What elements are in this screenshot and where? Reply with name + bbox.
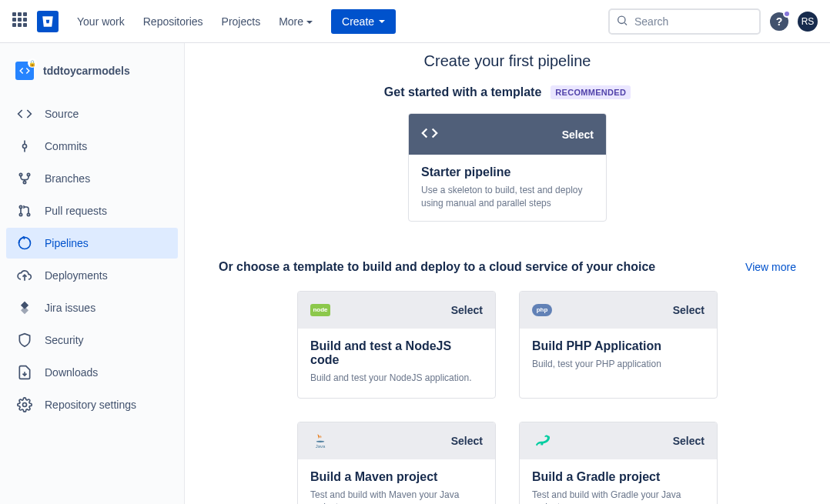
top-navigation: Your work Repositories Projects More Cre… bbox=[0, 0, 830, 43]
sidebar-item-label: Pull requests bbox=[45, 205, 107, 217]
starter-section-heading: Get started with a template RECOMMENDED bbox=[203, 85, 812, 99]
sidebar-item-label: Branches bbox=[45, 172, 90, 185]
sidebar-item-downloads[interactable]: Downloads bbox=[6, 357, 178, 388]
repo-header[interactable]: 🔒 tddtoycarmodels bbox=[6, 58, 178, 83]
starter-select-button[interactable]: Select bbox=[562, 129, 594, 141]
page-title: Create your first pipeline bbox=[203, 52, 812, 70]
template-card-title: Build and test a NodeJS code bbox=[310, 339, 483, 367]
svg-point-9 bbox=[19, 213, 22, 215]
template-card-body: Build and test a NodeJS code Build and t… bbox=[298, 329, 495, 398]
sidebar-item-label: Commits bbox=[45, 140, 87, 152]
template-card-php: php Select Build PHP Application Build, … bbox=[519, 291, 718, 399]
starter-card-body: Starter pipeline Use a skeleton to build… bbox=[409, 155, 606, 221]
commit-icon bbox=[15, 137, 34, 155]
starter-heading-text: Get started with a template bbox=[384, 85, 542, 99]
download-icon bbox=[15, 363, 34, 382]
svg-point-14 bbox=[316, 440, 325, 442]
template-card-title: Build a Maven project bbox=[310, 470, 483, 484]
gradle-icon bbox=[532, 432, 552, 449]
svg-point-0 bbox=[618, 16, 625, 23]
shield-icon bbox=[15, 331, 34, 349]
starter-card-desc: Use a skeleton to build, test and deploy… bbox=[421, 184, 594, 210]
sidebar-item-label: Downloads bbox=[45, 366, 98, 379]
lock-icon: 🔒 bbox=[28, 58, 37, 68]
nav-repositories[interactable]: Repositories bbox=[137, 9, 209, 34]
template-grid: node Select Build and test a NodeJS code… bbox=[219, 291, 796, 504]
repo-avatar-icon: 🔒 bbox=[15, 62, 34, 80]
template-card-maven: Java Select Build a Maven project Test a… bbox=[297, 422, 496, 504]
template-card-desc: Test and build with Gradle your Java pro… bbox=[532, 489, 704, 504]
cloud-upload-icon bbox=[15, 266, 34, 285]
create-button[interactable]: Create bbox=[331, 9, 396, 34]
template-card-body: Build a Maven project Test and build wit… bbox=[298, 459, 495, 504]
sidebar-item-settings[interactable]: Repository settings bbox=[6, 389, 178, 420]
sidebar-item-label: Source bbox=[45, 108, 79, 120]
template-card-body: Build PHP Application Build, test your P… bbox=[520, 329, 717, 398]
sidebar-item-deployments[interactable]: Deployments bbox=[6, 260, 178, 291]
user-avatar[interactable]: RS bbox=[798, 12, 818, 32]
repo-name: tddtoycarmodels bbox=[43, 65, 130, 77]
template-card-desc: Build and test your NodeJS application. bbox=[310, 372, 483, 385]
app-switcher-icon[interactable] bbox=[12, 12, 31, 31]
code-icon bbox=[421, 125, 438, 144]
svg-point-6 bbox=[23, 181, 25, 183]
sidebar-item-label: Repository settings bbox=[45, 399, 136, 411]
recommended-badge: RECOMMENDED bbox=[551, 85, 631, 99]
template-select-button[interactable]: Select bbox=[673, 435, 704, 447]
template-card-title: Build a Gradle project bbox=[532, 470, 704, 484]
template-card-body: Build a Gradle project Test and build wi… bbox=[520, 459, 717, 504]
template-card-header: Java Select bbox=[298, 422, 495, 459]
nodejs-icon: node bbox=[310, 302, 330, 319]
sidebar-item-label: Security bbox=[45, 334, 84, 346]
starter-card-title: Starter pipeline bbox=[421, 165, 594, 179]
svg-point-13 bbox=[23, 403, 27, 407]
template-select-button[interactable]: Select bbox=[451, 304, 483, 316]
search-box bbox=[608, 8, 761, 35]
cloud-section-heading: Or choose a template to build and deploy… bbox=[219, 260, 796, 274]
template-card-header: php Select bbox=[520, 292, 717, 329]
sidebar-item-commits[interactable]: Commits bbox=[6, 131, 178, 162]
pipelines-icon bbox=[15, 234, 34, 252]
template-select-button[interactable]: Select bbox=[673, 304, 704, 316]
sidebar: 🔒 tddtoycarmodels Source Commits Branche… bbox=[0, 43, 185, 504]
template-card-desc: Build, test your PHP application bbox=[532, 358, 704, 371]
sidebar-item-label: Jira issues bbox=[45, 302, 95, 314]
sidebar-item-pull-requests[interactable]: Pull requests bbox=[6, 195, 178, 226]
nav-more[interactable]: More bbox=[273, 9, 319, 34]
starter-pipeline-card: Select Starter pipeline Use a skeleton t… bbox=[408, 113, 607, 222]
template-card-desc: Test and build with Maven your Java proj… bbox=[310, 489, 483, 504]
template-card-header: node Select bbox=[298, 292, 495, 329]
main-content: Create your first pipeline Get started w… bbox=[185, 43, 830, 504]
nav-your-work[interactable]: Your work bbox=[71, 9, 131, 34]
branch-icon bbox=[15, 169, 34, 188]
search-input[interactable] bbox=[608, 8, 761, 35]
svg-point-1 bbox=[23, 145, 27, 149]
view-more-link[interactable]: View more bbox=[745, 261, 796, 273]
svg-point-10 bbox=[27, 213, 29, 215]
sidebar-item-security[interactable]: Security bbox=[6, 325, 178, 355]
jira-icon bbox=[15, 299, 34, 317]
php-icon: php bbox=[532, 302, 552, 319]
svg-point-5 bbox=[27, 173, 29, 175]
sidebar-item-branches[interactable]: Branches bbox=[6, 163, 178, 194]
nav-projects[interactable]: Projects bbox=[216, 9, 267, 34]
template-card-header: Select bbox=[520, 422, 717, 459]
pull-request-icon bbox=[15, 202, 34, 220]
java-icon: Java bbox=[310, 432, 330, 449]
gear-icon bbox=[15, 396, 34, 414]
sidebar-item-pipelines[interactable]: Pipelines bbox=[6, 228, 178, 259]
sidebar-item-jira[interactable]: Jira issues bbox=[6, 292, 178, 323]
template-select-button[interactable]: Select bbox=[451, 435, 483, 447]
search-icon bbox=[616, 14, 628, 28]
template-card-nodejs: node Select Build and test a NodeJS code… bbox=[297, 291, 496, 399]
sidebar-item-label: Pipelines bbox=[45, 237, 89, 249]
svg-point-8 bbox=[19, 205, 22, 208]
cloud-templates-section: Or choose a template to build and deploy… bbox=[219, 260, 796, 504]
sidebar-item-source[interactable]: Source bbox=[6, 98, 178, 129]
help-icon[interactable]: ? bbox=[770, 12, 788, 31]
bitbucket-logo[interactable] bbox=[37, 11, 59, 32]
nav-links: Your work Repositories Projects More bbox=[71, 9, 319, 34]
code-icon bbox=[15, 105, 34, 123]
starter-card-header: Select bbox=[409, 114, 606, 155]
sidebar-item-label: Deployments bbox=[45, 269, 108, 282]
